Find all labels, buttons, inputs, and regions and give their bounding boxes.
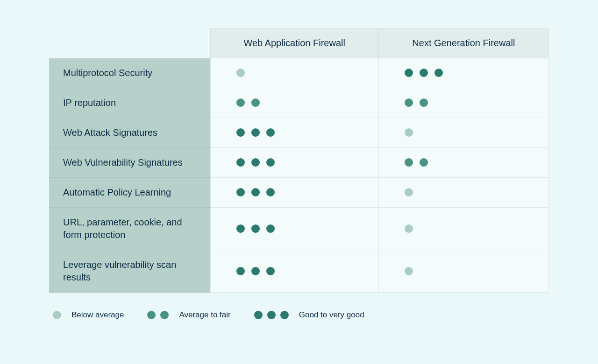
dot-icon <box>254 311 263 319</box>
rating-dots <box>236 267 353 275</box>
rating-dots <box>405 188 523 196</box>
legend-label: Average to fair <box>179 310 230 320</box>
table-row: Web Attack Signatures <box>49 118 549 147</box>
cell-waf-web-attack-sigs <box>210 118 378 147</box>
cell-ngfw-web-attack-sigs <box>378 118 548 147</box>
dot-icon <box>236 267 245 275</box>
row-label-web-vuln-sigs: Web Vulnerability Signatures <box>49 147 210 177</box>
dot-icon <box>147 311 156 319</box>
legend-item-average-fair: Average to fair <box>147 310 230 320</box>
row-label-web-attack-sigs: Web Attack Signatures <box>49 118 210 147</box>
dot-icon <box>420 98 428 107</box>
cell-waf-web-vuln-sigs <box>210 147 378 177</box>
dot-icon <box>266 158 275 167</box>
rating-dots <box>236 224 353 233</box>
dot-icon <box>266 188 275 196</box>
cell-waf-url-param-cookie <box>210 207 378 250</box>
rating-dots <box>405 158 523 167</box>
dot-icon <box>236 188 245 196</box>
rating-dots <box>405 128 523 137</box>
dot-icon <box>53 311 61 319</box>
dot-icon <box>236 128 245 137</box>
dot-icon <box>405 158 413 167</box>
legend: Below average Average to fair Good to ve… <box>49 310 549 320</box>
dot-icon <box>236 224 245 233</box>
dot-icon <box>420 158 428 167</box>
legend-label: Good to very good <box>299 310 364 320</box>
cell-ngfw-ip-reputation <box>378 88 548 118</box>
comparison-table: Web Application Firewall Next Generation… <box>49 28 549 293</box>
dot-icon <box>236 158 245 167</box>
dot-icon <box>405 128 413 137</box>
dot-icon <box>251 98 260 107</box>
legend-item-below-average: Below average <box>53 310 124 320</box>
rating-dots <box>405 267 523 275</box>
dot-icon <box>420 69 428 77</box>
dot-icon <box>405 224 413 233</box>
dot-icon <box>434 69 443 77</box>
dot-icon <box>236 69 245 77</box>
cell-waf-multiprotocol <box>210 58 378 88</box>
cell-ngfw-web-vuln-sigs <box>378 147 548 177</box>
dot-icon <box>266 224 275 233</box>
row-label-auto-policy: Automatic Policy Learning <box>49 177 210 207</box>
dot-icon <box>251 224 260 233</box>
legend-dots <box>147 311 169 319</box>
row-label-multiprotocol: Multiprotocol Security <box>49 58 210 88</box>
cell-ngfw-url-param-cookie <box>378 207 548 250</box>
dot-icon <box>251 267 260 275</box>
column-header-ngfw: Next Generation Firewall <box>378 28 548 58</box>
table-row: Multiprotocol Security <box>49 58 549 88</box>
rating-dots <box>236 69 353 77</box>
column-header-waf: Web Application Firewall <box>210 28 378 58</box>
dot-icon <box>160 311 169 319</box>
rating-dots <box>236 128 353 137</box>
rating-dots <box>236 98 353 107</box>
table-row: Leverage vulnerability scan results <box>49 250 549 292</box>
rating-dots <box>236 158 353 167</box>
dot-icon <box>266 128 275 137</box>
legend-label: Below average <box>71 310 124 320</box>
dot-icon <box>251 128 260 137</box>
rating-dots <box>405 69 523 77</box>
legend-dots <box>53 311 61 319</box>
cell-ngfw-auto-policy <box>378 177 548 207</box>
dot-icon <box>405 98 413 107</box>
row-label-vuln-scan: Leverage vulnerability scan results <box>49 250 210 292</box>
cell-waf-auto-policy <box>210 177 378 207</box>
table-row: Automatic Policy Learning <box>49 177 549 207</box>
cell-waf-ip-reputation <box>210 88 378 118</box>
cell-ngfw-multiprotocol <box>378 58 548 88</box>
cell-ngfw-vuln-scan <box>378 250 548 292</box>
dot-icon <box>251 158 260 167</box>
table-row: URL, parameter, cookie, and form protect… <box>49 207 549 250</box>
legend-dots <box>254 311 289 319</box>
row-label-url-param-cookie: URL, parameter, cookie, and form protect… <box>49 207 210 250</box>
header-blank <box>49 28 210 58</box>
table-header-row: Web Application Firewall Next Generation… <box>49 28 549 58</box>
dot-icon <box>266 267 275 275</box>
rating-dots <box>405 224 523 233</box>
cell-waf-vuln-scan <box>210 250 378 292</box>
table-row: IP reputation <box>49 88 549 118</box>
legend-item-good-very-good: Good to very good <box>254 310 364 320</box>
dot-icon <box>405 188 413 196</box>
dot-icon <box>251 188 260 196</box>
table-row: Web Vulnerability Signatures <box>49 147 549 177</box>
dot-icon <box>267 311 276 319</box>
rating-dots <box>236 188 353 196</box>
dot-icon <box>405 69 413 77</box>
dot-icon <box>405 267 413 275</box>
rating-dots <box>405 98 523 107</box>
dot-icon <box>280 311 289 319</box>
dot-icon <box>236 98 245 107</box>
row-label-ip-reputation: IP reputation <box>49 88 210 118</box>
